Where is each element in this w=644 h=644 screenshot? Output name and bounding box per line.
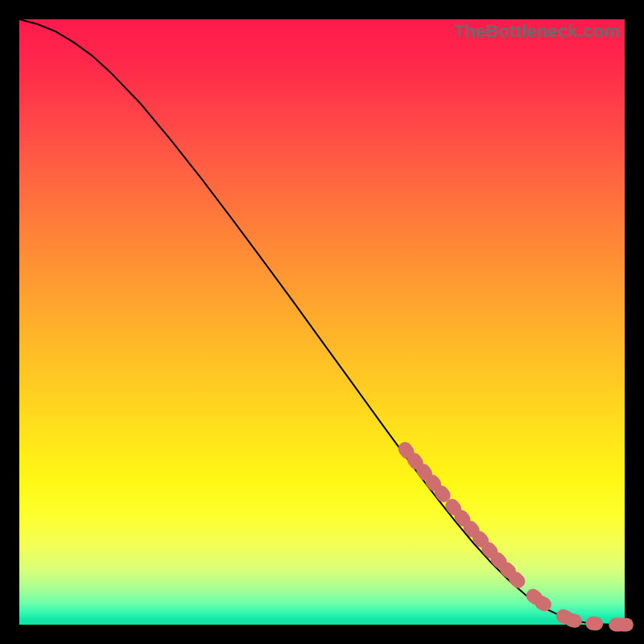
chart-frame: TheBottleneck.com [0, 0, 644, 644]
chart-plot-area: TheBottleneck.com [19, 19, 625, 625]
curve-markers [395, 440, 634, 632]
curve-marker [585, 616, 605, 632]
curve-marker [616, 617, 634, 631]
chart-svg [19, 19, 625, 625]
bottleneck-curve [19, 19, 625, 625]
